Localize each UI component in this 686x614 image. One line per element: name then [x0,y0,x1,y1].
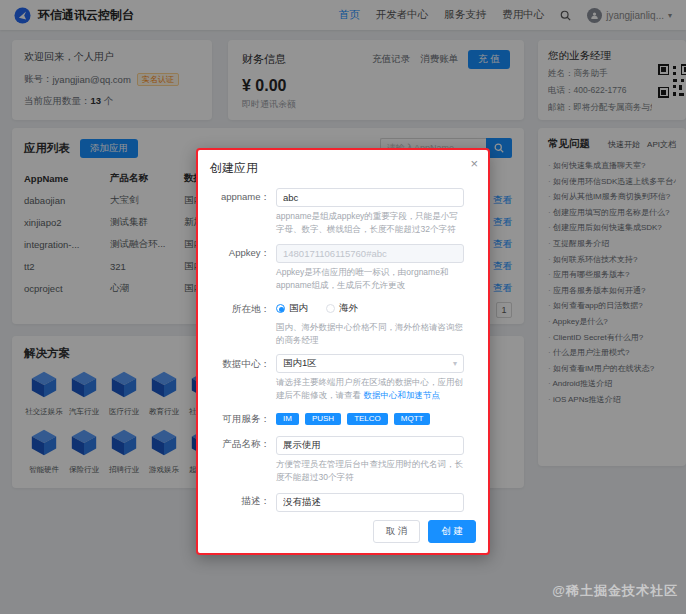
close-icon[interactable]: × [470,157,478,170]
appkey-hint: Appkey是环信应用的唯一标识，由orgname和appname组成，生成后不… [276,266,464,291]
appname-hint: appname是组成appkey的重要字段，只能是小写字母、数字、横线组合，长度… [276,210,464,235]
radio-label: 国内 [289,302,308,315]
description-label: 描述： [210,491,276,512]
appname-label: appname： [210,187,276,239]
appkey-label: Appkey： [210,243,276,295]
radio-checked-icon [276,304,285,313]
services-label: 可用服务： [210,409,276,428]
product-name-hint: 方便管理员在管理后台中查找应用时的代名词，长度不能超过30个字符 [276,458,464,483]
service-tag-telco: TELCO [347,413,388,425]
product-name-field[interactable] [276,436,464,455]
datacenter-value: 国内1区 [283,357,317,370]
service-tag-mqtt: MQTT [394,413,431,425]
radio-label: 海外 [339,302,358,315]
appname-field[interactable] [276,188,464,207]
region-hint: 国内、海外数据中心价格不同，海外价格请咨询您的商务经理 [276,321,464,346]
radio-unchecked-icon [326,304,335,313]
region-radio-overseas[interactable]: 海外 [326,302,358,315]
watermark: @稀土掘金技术社区 [552,582,678,600]
create-button[interactable]: 创 建 [428,520,476,543]
datacenter-label: 数据中心： [210,354,276,405]
modal-title: 创建应用 [210,160,476,177]
service-tags: IM PUSH TELCO MQTT [276,409,464,428]
region-label: 所在地： [210,299,276,350]
description-field[interactable] [276,493,464,512]
datacenter-nodes-link[interactable]: 数据中心和加速节点 [363,390,440,400]
create-app-modal: 创建应用 × appname： appname是组成appkey的重要字段，只能… [196,148,490,555]
datacenter-select[interactable]: 国内1区 ▾ [276,354,464,373]
service-tag-im: IM [276,413,299,425]
datacenter-hint: 请选择主要终端用户所在区域的数据中心，应用创建后不能修改，请查看 数据中心和加速… [276,376,464,401]
appkey-field [276,244,464,263]
service-tag-push: PUSH [305,413,341,425]
region-radio-domestic[interactable]: 国内 [276,302,308,315]
chevron-down-icon: ▾ [453,359,457,368]
cancel-button[interactable]: 取 消 [373,520,421,543]
console-screen: 环信通讯云控制台 首页 开发者中心 服务支持 费用中心 jyangjianliq… [0,0,686,614]
product-name-label: 产品名称： [210,434,276,487]
